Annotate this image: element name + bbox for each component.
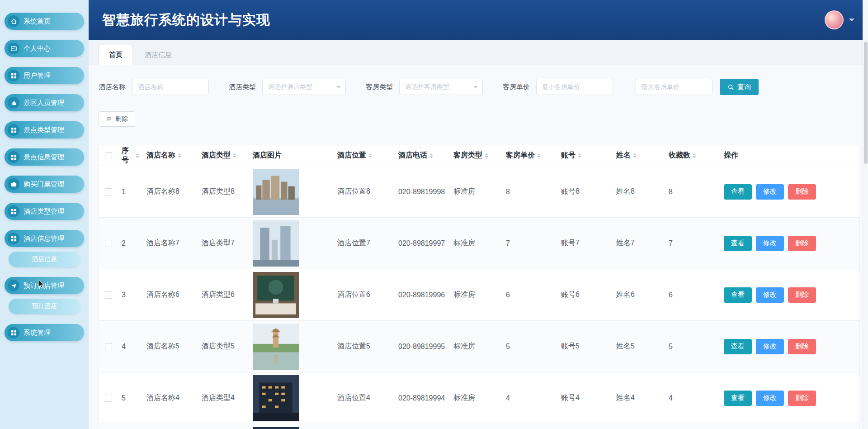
row-checkbox[interactable] <box>105 395 112 402</box>
chevron-down-icon[interactable] <box>849 19 854 24</box>
hotel-name: 酒店名称4 <box>143 393 198 403</box>
delete-button[interactable]: 删除 <box>788 287 816 303</box>
hotel-type-select[interactable]: 请选择酒店类型 <box>262 79 346 95</box>
column-header[interactable]: 序号 <box>122 146 133 165</box>
thumbs-up-icon <box>8 97 19 109</box>
sidebar-item-scenic-staff-management[interactable]: 景区人员管理 <box>5 94 84 111</box>
sort-icon[interactable] <box>485 152 488 160</box>
column-header[interactable]: 账号 <box>561 151 576 160</box>
sidebar-item-system-management[interactable]: 系统管理 <box>5 324 84 341</box>
column-header[interactable]: 酒店名称 <box>146 151 175 160</box>
edit-button[interactable]: 修改 <box>756 184 784 200</box>
search-button-label: 查询 <box>737 83 751 91</box>
hotel-phone: 020-89819997 <box>395 239 450 248</box>
hotel-photo[interactable] <box>253 324 299 370</box>
hotel-photo[interactable] <box>253 375 299 421</box>
column-header[interactable]: 酒店类型 <box>202 151 231 160</box>
user-avatar[interactable] <box>825 10 844 29</box>
hotel-phone: 020-89819996 <box>395 291 450 299</box>
sidebar-item-personal-center[interactable]: 个人中心 <box>5 40 84 57</box>
tab-hotel-info[interactable]: 酒店信息 <box>135 45 182 65</box>
row-checkbox[interactable] <box>105 343 112 350</box>
hotel-photo[interactable] <box>253 220 299 267</box>
table-row <box>99 424 859 429</box>
hotel-photo[interactable] <box>253 169 299 215</box>
view-button[interactable]: 查看 <box>724 184 752 200</box>
sidebar-item-scenic-type-management[interactable]: 景点类型管理 <box>5 121 84 138</box>
sidebar-subitem-hotel-booking[interactable]: 预订酒店 <box>9 299 80 314</box>
sidebar-item-hotel-booking-management[interactable]: 预订酒店管理 <box>5 277 84 294</box>
delete-button[interactable]: 删除 <box>788 184 816 200</box>
max-price-input[interactable] <box>636 79 712 95</box>
account: 账号4 <box>557 393 613 403</box>
view-button[interactable]: 查看 <box>724 287 752 303</box>
sidebar-item-hotel-info-management[interactable]: 酒店信息管理 <box>5 230 84 247</box>
sort-icon[interactable] <box>633 152 637 160</box>
favorites-count: 8 <box>665 188 720 196</box>
tab-home[interactable]: 首页 <box>99 45 133 65</box>
select-all-checkbox[interactable] <box>105 152 112 159</box>
bulk-delete-button[interactable]: 删除 <box>99 111 135 127</box>
hotel-phone: 020-89819994 <box>395 394 450 402</box>
sidebar-item-label: 景点信息管理 <box>24 153 64 162</box>
sidebar-item-system-home[interactable]: 系统首页 <box>5 13 84 30</box>
sort-icon[interactable] <box>368 152 372 160</box>
toolbar: 删除 <box>99 111 868 127</box>
edit-button[interactable]: 修改 <box>756 236 784 251</box>
view-button[interactable]: 查看 <box>724 339 752 354</box>
edit-button[interactable]: 修改 <box>756 287 784 303</box>
hotel-name-input[interactable] <box>132 79 209 95</box>
row-checkbox[interactable] <box>105 240 112 247</box>
row-index: 2 <box>118 239 143 248</box>
hotel-photo[interactable] <box>253 272 299 318</box>
hotel-photo[interactable] <box>253 427 299 429</box>
sort-icon[interactable] <box>537 152 541 160</box>
sort-icon[interactable] <box>136 152 139 160</box>
column-header[interactable]: 客房类型 <box>453 151 482 160</box>
grid-icon <box>8 124 19 136</box>
column-header[interactable]: 酒店电话 <box>398 151 427 160</box>
hotel-type: 酒店类型8 <box>198 187 249 196</box>
sidebar-item-label: 系统管理 <box>24 329 51 337</box>
sidebar-item-hotel-type-management[interactable]: 酒店类型管理 <box>5 203 84 220</box>
sidebar-item-ticket-purchase-management[interactable]: 购买门票管理 <box>5 176 84 193</box>
hotel-name: 酒店名称7 <box>143 238 198 248</box>
room-price: 8 <box>502 188 557 196</box>
sidebar-item-label: 用户管理 <box>24 72 51 80</box>
page-scrollbar[interactable] <box>863 0 868 429</box>
sort-icon[interactable] <box>233 152 236 160</box>
scrollbar-thumb[interactable] <box>864 42 868 164</box>
view-button[interactable]: 查看 <box>724 391 752 406</box>
sidebar-subitem-hotel-info[interactable]: 酒店信息 <box>9 252 80 267</box>
sort-icon[interactable] <box>429 152 433 160</box>
sidebar-item-label: 酒店信息管理 <box>24 234 64 243</box>
room-type-select[interactable]: 请选择客房类型 <box>399 79 483 95</box>
hotel-name: 酒店名称8 <box>143 187 198 196</box>
table-header-row: 序号 酒店名称 酒店类型 酒店图片 酒店位置 酒店电话 客房类型 客房单价 账号… <box>99 145 859 166</box>
home-icon <box>8 15 19 27</box>
sort-icon[interactable] <box>178 152 181 160</box>
column-header[interactable]: 酒店位置 <box>337 151 366 160</box>
search-button[interactable]: 查询 <box>720 79 759 95</box>
column-header[interactable]: 姓名 <box>616 151 631 160</box>
sort-icon[interactable] <box>578 152 581 160</box>
min-price-input[interactable] <box>536 79 613 95</box>
delete-button[interactable]: 删除 <box>788 391 816 406</box>
edit-button[interactable]: 修改 <box>756 339 784 354</box>
row-checkbox[interactable] <box>105 291 112 299</box>
edit-button[interactable]: 修改 <box>756 391 784 406</box>
delete-button[interactable]: 删除 <box>788 236 816 251</box>
column-header[interactable]: 收藏数 <box>669 151 690 160</box>
grid-icon <box>8 233 19 244</box>
sidebar-item-scenic-info-management[interactable]: 景点信息管理 <box>5 148 84 166</box>
search-icon <box>727 84 734 91</box>
sidebar-item-label: 个人中心 <box>24 44 51 53</box>
view-button[interactable]: 查看 <box>724 236 752 251</box>
delete-button[interactable]: 删除 <box>788 339 816 354</box>
sort-icon[interactable] <box>693 152 696 160</box>
column-header[interactable]: 客房单价 <box>506 151 535 160</box>
sidebar-item-user-management[interactable]: 用户管理 <box>5 67 84 84</box>
row-checkbox[interactable] <box>105 188 112 195</box>
hotel-location: 酒店位置4 <box>334 393 395 403</box>
main-area: 智慧旅行系统的设计与实现 首页 酒店信息 酒店名称 酒店类型 请选择酒店类型 <box>89 0 868 429</box>
